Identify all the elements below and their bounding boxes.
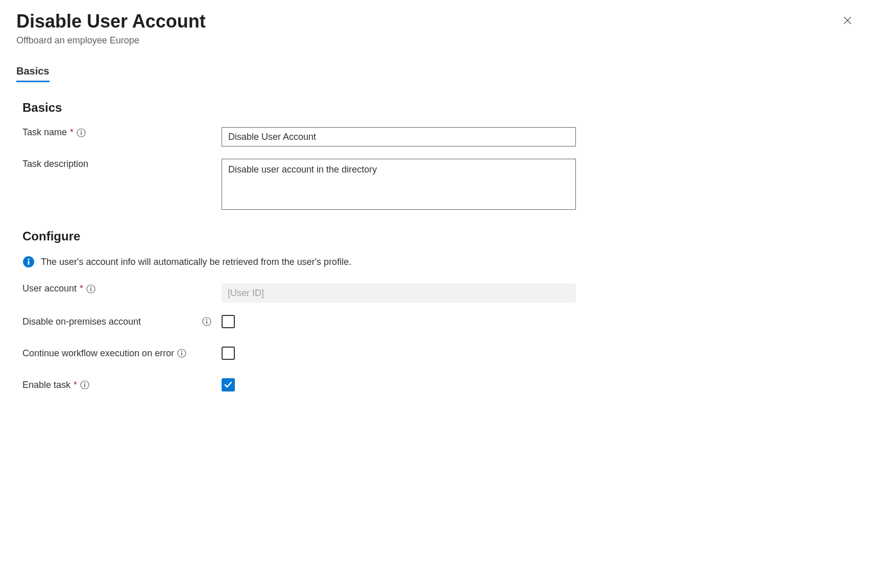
info-banner-text: The user's account info will automatical… bbox=[41, 257, 351, 267]
task-name-input[interactable] bbox=[222, 127, 576, 146]
required-marker: * bbox=[80, 283, 83, 294]
info-icon[interactable] bbox=[86, 284, 95, 293]
required-marker: * bbox=[70, 127, 74, 138]
task-description-input[interactable]: Disable user account in the directory bbox=[222, 159, 576, 210]
check-icon bbox=[224, 380, 233, 389]
svg-rect-5 bbox=[28, 261, 30, 265]
section-configure-heading: Configure bbox=[22, 229, 856, 243]
user-account-field: [User ID] bbox=[222, 283, 576, 303]
svg-point-16 bbox=[84, 382, 85, 383]
page-title: Disable User Account bbox=[16, 10, 206, 32]
enable-task-checkbox[interactable] bbox=[222, 378, 235, 391]
continue-on-error-checkbox[interactable] bbox=[222, 347, 235, 360]
disable-on-premises-label: Disable on-premises account bbox=[22, 316, 141, 327]
svg-rect-11 bbox=[206, 321, 207, 324]
task-description-label: Task description bbox=[22, 159, 88, 169]
required-marker: * bbox=[74, 380, 77, 390]
svg-rect-2 bbox=[81, 132, 82, 135]
info-filled-icon bbox=[22, 256, 35, 268]
section-basics-heading: Basics bbox=[22, 101, 856, 115]
svg-point-13 bbox=[181, 351, 182, 352]
disable-on-premises-checkbox[interactable] bbox=[222, 315, 235, 328]
close-button[interactable] bbox=[839, 12, 856, 30]
svg-rect-8 bbox=[90, 288, 91, 291]
info-icon[interactable] bbox=[177, 349, 186, 358]
page-subtitle: Offboard an employee Europe bbox=[16, 35, 206, 46]
svg-point-10 bbox=[206, 319, 207, 320]
info-icon[interactable] bbox=[80, 380, 89, 389]
svg-point-7 bbox=[90, 286, 91, 287]
close-icon bbox=[842, 15, 853, 26]
tab-basics[interactable]: Basics bbox=[16, 65, 50, 81]
enable-task-label: Enable task bbox=[22, 380, 70, 390]
svg-rect-17 bbox=[84, 384, 85, 387]
svg-rect-14 bbox=[181, 353, 182, 356]
user-account-label: User account bbox=[22, 283, 77, 294]
info-icon[interactable] bbox=[202, 317, 211, 326]
info-icon[interactable] bbox=[77, 128, 86, 137]
svg-point-4 bbox=[28, 259, 29, 260]
svg-point-1 bbox=[81, 130, 82, 131]
task-name-label: Task name bbox=[22, 127, 67, 138]
continue-on-error-label: Continue workflow execution on error bbox=[22, 348, 174, 359]
